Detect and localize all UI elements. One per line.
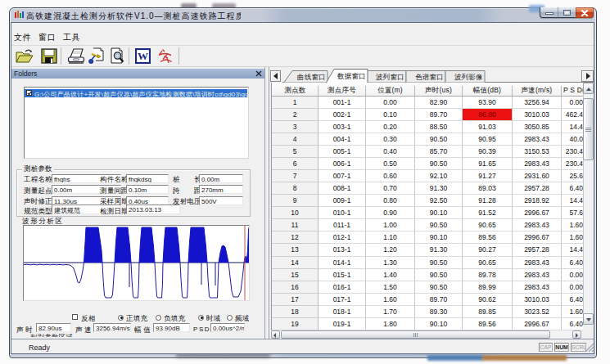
svg-text:W: W xyxy=(138,50,148,62)
